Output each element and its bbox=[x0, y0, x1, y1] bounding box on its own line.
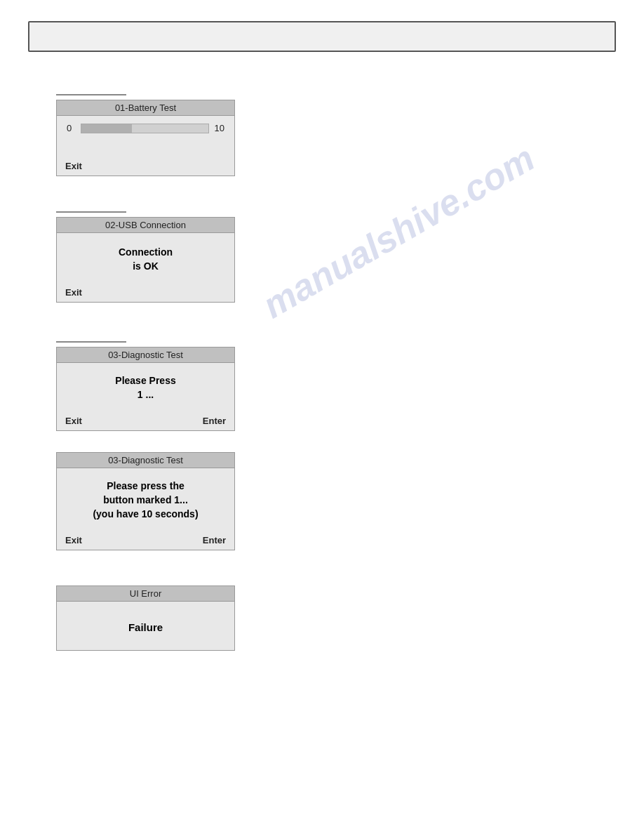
usb-connection-body: Connection is OK bbox=[57, 233, 234, 284]
diagnostic-test-body-1: Please Press 1 ... bbox=[57, 363, 234, 413]
battery-exit-button[interactable]: Exit bbox=[65, 161, 82, 171]
section-line-2 bbox=[56, 211, 126, 213]
section-battery-test: 01-Battery Test 0 10 Exit bbox=[56, 94, 644, 176]
diagnostic-enter-button-1[interactable]: Enter bbox=[203, 416, 226, 426]
section-line-1 bbox=[56, 94, 126, 95]
battery-test-title: 01-Battery Test bbox=[57, 100, 234, 116]
section-ui-error: UI Error Failure bbox=[56, 585, 644, 651]
connection-status-text: Connection is OK bbox=[67, 240, 224, 277]
diagnostic-exit-button-1[interactable]: Exit bbox=[65, 416, 82, 426]
diagnostic-exit-button-2[interactable]: Exit bbox=[65, 535, 82, 545]
section-usb-connection: 02-USB Connection Connection is OK Exit bbox=[56, 211, 644, 303]
ui-error-title: UI Error bbox=[57, 586, 234, 602]
ui-error-body: Failure bbox=[57, 602, 234, 650]
progress-bar-fill bbox=[81, 124, 132, 133]
battery-test-footer: Exit bbox=[57, 158, 234, 176]
diagnostic-enter-button-2[interactable]: Enter bbox=[203, 535, 226, 545]
diagnostic-test-title-2: 03-Diagnostic Test bbox=[57, 453, 234, 468]
usb-connection-panel: 02-USB Connection Connection is OK Exit bbox=[56, 217, 235, 303]
usb-footer: Exit bbox=[57, 284, 234, 302]
diagnostic-footer-1: Exit Enter bbox=[57, 413, 234, 430]
diagnostic-test-panel-1: 03-Diagnostic Test Please Press 1 ... Ex… bbox=[56, 347, 235, 431]
battery-progress-row: 0 10 bbox=[67, 123, 224, 133]
usb-connection-title: 02-USB Connection bbox=[57, 218, 234, 233]
diagnostic-footer-2: Exit Enter bbox=[57, 532, 234, 550]
section-diagnostic-1: 03-Diagnostic Test Please Press 1 ... Ex… bbox=[56, 341, 644, 431]
diagnostic-test-title-1: 03-Diagnostic Test bbox=[57, 348, 234, 363]
header-bar bbox=[28, 21, 616, 52]
please-press-button-text: Please press the button marked 1... (you… bbox=[67, 475, 224, 525]
progress-bar-container bbox=[81, 124, 209, 133]
progress-max-label: 10 bbox=[215, 123, 224, 133]
diagnostic-test-body-2: Please press the button marked 1... (you… bbox=[57, 468, 234, 532]
section-line-3 bbox=[56, 341, 126, 343]
battery-test-body: 0 10 bbox=[57, 116, 234, 158]
please-press-text: Please Press 1 ... bbox=[67, 370, 224, 406]
failure-text: Failure bbox=[67, 609, 224, 643]
usb-exit-button[interactable]: Exit bbox=[65, 287, 82, 298]
battery-test-panel: 01-Battery Test 0 10 Exit bbox=[56, 100, 235, 176]
progress-min-label: 0 bbox=[67, 123, 75, 133]
section-diagnostic-2: 03-Diagnostic Test Please press the butt… bbox=[56, 452, 644, 550]
ui-error-panel: UI Error Failure bbox=[56, 585, 235, 651]
diagnostic-test-panel-2: 03-Diagnostic Test Please press the butt… bbox=[56, 452, 235, 550]
